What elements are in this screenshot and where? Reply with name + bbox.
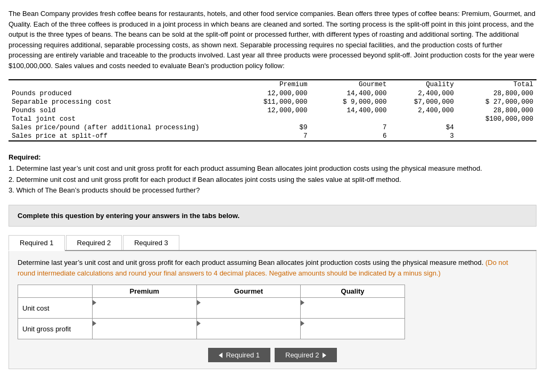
cell-quality-sales-price-splitoff: 3 (390, 132, 457, 140)
table-row: Pounds produced 12,000,000 14,400,000 2,… (9, 89, 536, 98)
table-row: Separable processing cost $11,000,000 $ … (9, 98, 536, 106)
table-row: Pounds sold 12,000,000 14,400,000 2,400,… (9, 106, 536, 115)
row-label-joint-cost: Total joint cost (9, 115, 231, 123)
tabs-header: Required 1 Required 2 Required 3 (9, 235, 536, 251)
required-item2: 2. Determine unit cost and unit gross pr… (9, 174, 536, 186)
row-label-pounds-sold: Pounds sold (9, 106, 231, 115)
unit-gross-profit-quality-cell (301, 319, 405, 339)
cell-total-joint-cost: $100,000,000 (457, 115, 536, 123)
header-premium: Premium (231, 80, 310, 89)
required-item3: 3. Which of The Bean’s products should b… (9, 185, 536, 196)
prev-arrow-icon (219, 353, 222, 358)
unit-cost-gourmet-input[interactable] (197, 306, 301, 318)
cell-total-pounds-produced: 28,800,000 (457, 89, 536, 98)
cell-gourmet-pounds-produced: 14,400,000 (310, 89, 390, 98)
unit-cost-gourmet-cell (196, 298, 301, 319)
required-heading: Required: (9, 153, 41, 161)
answer-col-empty (18, 285, 93, 298)
unit-cost-premium-marker (93, 300, 96, 305)
unit-gross-profit-quality-marker (301, 321, 304, 326)
data-table: Premium Gourmet Quality Total Pounds pro… (9, 80, 536, 140)
row-label-pounds-produced: Pounds produced (9, 89, 231, 98)
cell-total-separable: $ 27,000,000 (457, 98, 536, 106)
cell-total-sales-price-after (457, 123, 536, 132)
prev-button-label: Required 1 (226, 351, 260, 359)
unit-gross-profit-gourmet-marker (197, 321, 201, 326)
table-row: Sales price/pound (after additional proc… (9, 123, 536, 132)
tab-required3[interactable]: Required 3 (123, 235, 179, 250)
unit-cost-premium-input[interactable] (93, 306, 196, 318)
tab-required1[interactable]: Required 1 (9, 235, 65, 251)
complete-instruction-box: Complete this question by entering your … (9, 205, 536, 227)
tab-required3-label: Required 3 (134, 239, 168, 247)
required-item1: 1. Determine last year’s unit cost and u… (9, 163, 536, 174)
answer-table-header-row: Premium Gourmet Quality (18, 285, 405, 298)
cell-quality-pounds-produced: 2,400,000 (390, 89, 457, 98)
answer-col-quality: Quality (301, 285, 405, 298)
data-table-wrapper: Premium Gourmet Quality Total Pounds pro… (9, 79, 536, 141)
table-row: Total joint cost $100,000,000 (9, 115, 536, 123)
tab1-description: Determine last year’s unit cost and unit… (18, 257, 527, 278)
answer-table: Premium Gourmet Quality Unit cost (18, 285, 405, 339)
unit-cost-premium-cell (93, 298, 197, 319)
unit-gross-profit-gourmet-input[interactable] (197, 327, 301, 339)
cell-premium-sales-price-after: $9 (231, 123, 310, 132)
cell-premium-joint-cost (231, 115, 310, 123)
cell-gourmet-pounds-sold: 14,400,000 (310, 106, 390, 115)
cell-quality-joint-cost (390, 115, 457, 123)
row-label-sales-price-after: Sales price/pound (after additional proc… (9, 123, 231, 132)
cell-gourmet-sales-price-after: 7 (310, 123, 390, 132)
row-label-separable: Separable processing cost (9, 98, 231, 106)
answer-table-wrapper: Premium Gourmet Quality Unit cost (18, 285, 527, 339)
answer-col-gourmet: Gourmet (196, 285, 301, 298)
cell-quality-sales-price-after: $4 (390, 123, 457, 132)
cell-gourmet-separable: $ 9,000,000 (310, 98, 390, 106)
unit-cost-quality-cell (301, 298, 405, 319)
cell-premium-separable: $11,000,000 (231, 98, 310, 106)
unit-cost-gourmet-marker (197, 300, 201, 305)
table-row: Sales price at split-off 7 6 3 (9, 132, 536, 140)
next-button-label: Required 2 (285, 351, 319, 359)
unit-cost-quality-marker (301, 300, 304, 305)
header-quality: Quality (390, 80, 457, 89)
unit-gross-profit-premium-input[interactable] (93, 327, 196, 339)
header-gourmet: Gourmet (310, 80, 390, 89)
unit-gross-profit-premium-cell (93, 319, 197, 339)
tab1-content: Determine last year’s unit cost and unit… (9, 251, 536, 369)
cell-quality-pounds-sold: 2,400,000 (390, 106, 457, 115)
complete-instruction-text: Complete this question by entering your … (18, 212, 240, 220)
tab1-desc-part1: Determine last year’s unit cost and unit… (18, 258, 483, 266)
required-section: Required: 1. Determine last year’s unit … (9, 152, 536, 196)
cell-premium-sales-price-splitoff: 7 (231, 132, 310, 140)
answer-row-unit-gross-profit: Unit gross profit (18, 319, 405, 339)
intro-paragraph: The Bean Company provides fresh coffee b… (9, 9, 536, 71)
answer-col-premium: Premium (93, 285, 197, 298)
unit-gross-profit-premium-marker (93, 321, 96, 326)
unit-gross-profit-quality-input[interactable] (301, 327, 404, 339)
unit-gross-profit-gourmet-cell (196, 319, 301, 339)
cell-premium-pounds-sold: 12,000,000 (231, 106, 310, 115)
tab-required1-label: Required 1 (20, 239, 54, 247)
tab-required2[interactable]: Required 2 (66, 235, 122, 250)
unit-cost-quality-input[interactable] (301, 306, 404, 318)
cell-total-sales-price-splitoff (457, 132, 536, 140)
tabs-container: Required 1 Required 2 Required 3 Determi… (9, 235, 536, 369)
next-button[interactable]: Required 2 (275, 348, 337, 362)
cell-total-pounds-sold: 28,800,000 (457, 106, 536, 115)
cell-gourmet-sales-price-splitoff: 6 (310, 132, 390, 140)
cell-gourmet-joint-cost (310, 115, 390, 123)
next-arrow-icon (323, 353, 326, 358)
nav-buttons: Required 1 Required 2 (18, 348, 527, 362)
cell-premium-pounds-produced: 12,000,000 (231, 89, 310, 98)
cell-quality-separable: $7,000,000 (390, 98, 457, 106)
row-label-sales-price-splitoff: Sales price at split-off (9, 132, 231, 140)
header-total: Total (457, 80, 536, 89)
answer-row-unit-cost: Unit cost (18, 298, 405, 319)
tab-required2-label: Required 2 (77, 239, 111, 247)
unit-cost-label: Unit cost (18, 298, 93, 319)
prev-button[interactable]: Required 1 (208, 348, 270, 362)
unit-gross-profit-label: Unit gross profit (18, 319, 93, 339)
